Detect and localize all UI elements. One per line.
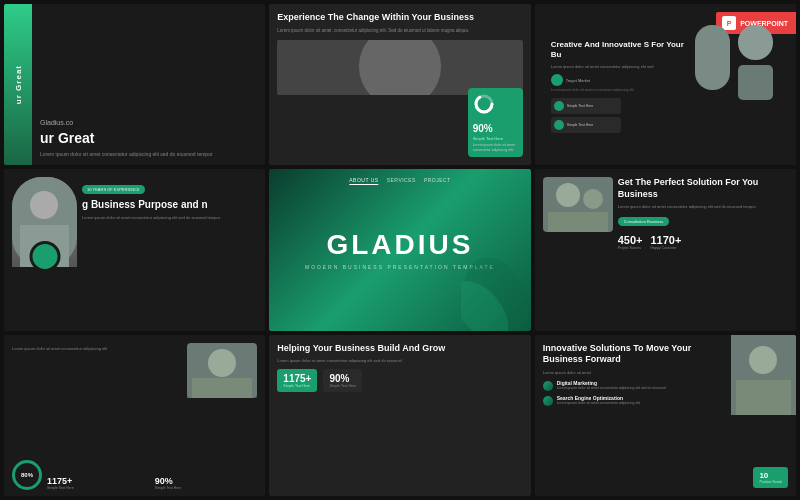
slide-8-title: Helping Your Business Build And Grow (277, 343, 522, 355)
badge-lbl: Product Social (759, 480, 782, 484)
svg-point-16 (583, 189, 603, 209)
seo-icon (543, 396, 553, 406)
stat-mini-2: 90% Simple Text Here (155, 476, 258, 490)
stat1-text: Simple Text Here (567, 104, 594, 108)
consultation-button[interactable]: Consultation Business (618, 217, 670, 226)
side-accent-bar: ur Great (4, 4, 32, 165)
stat-customers: 1170+ Happy Customer (650, 234, 681, 250)
svg-rect-20 (192, 378, 252, 398)
slide-1-desc: Lorem ipsum dolor sit amet consectetur a… (40, 151, 259, 158)
slide-9-item-1: Digital Marketing Lorem ipsum dolor sit … (543, 380, 693, 391)
svg-point-22 (749, 346, 777, 374)
slide-8-stats: 1175+ Simple Text Here 90% Simple Text H… (277, 369, 522, 392)
stat-projects: 450+ Project Succes (618, 234, 643, 250)
slide-9[interactable]: Innovative Solutions To Move Your Busine… (535, 335, 796, 496)
stat1-icon (554, 101, 564, 111)
stat-box-1: 1175+ Simple Text Here (277, 369, 317, 392)
slide-3-desc: Lorem ipsum dolor sit amet consectetur a… (551, 64, 685, 70)
slide-7[interactable]: Lorem ipsum dolor sit amet consectetur a… (4, 335, 265, 496)
slide-2[interactable]: Experience The Change Within Your Busine… (269, 4, 530, 165)
slide-4-photo (12, 177, 77, 267)
stat-mini-2-num: 90% (155, 476, 258, 486)
slide-2-image (277, 40, 522, 95)
stat-projects-lbl: Project Succes (618, 246, 643, 250)
target-label: Target Market (566, 78, 590, 83)
stat-mini-1-lbl: Simple Text Here (47, 486, 150, 490)
slide-3[interactable]: P POWERPOINT Creative And Innovative S F… (535, 4, 796, 165)
donut-chart (473, 93, 495, 115)
stat2-icon (554, 120, 564, 130)
svg-rect-17 (548, 212, 608, 232)
slide-4[interactable]: 10 YEARS OF EXPERIENCE g Business Purpos… (4, 169, 265, 330)
slide-8-desc: Lorem ipsum dolor sit amet consectetur a… (277, 358, 522, 364)
digital-marketing-desc: Lorem ipsum dolor sit amet consectetur a… (557, 386, 666, 391)
stat-mini-1: 1175+ Simple Text Here (47, 476, 150, 490)
stat-box-2: 90% Simple Text Here (323, 369, 362, 392)
stat-box-2-num: 90% (329, 373, 356, 384)
circle-stat: 80% (12, 460, 42, 490)
gladius-title: GLADIUS (326, 229, 473, 261)
slide-4-title: g Business Purpose and n (82, 198, 257, 211)
slide-9-desc: Lorem ipsum dolor sit amet (543, 370, 693, 376)
slide-9-title: Innovative Solutions To Move Your Busine… (543, 343, 693, 366)
slide-6-stats: 450+ Project Succes 1170+ Happy Customer (618, 234, 788, 250)
leaf-decoration (461, 241, 531, 331)
svg-rect-11 (20, 225, 69, 267)
slide-5-gladius[interactable]: ABOUT US SERVICES PROJECT GLADIUS MODERN… (269, 169, 530, 330)
slide-7-stats: 80% 1175+ Simple Text Here 90% Simple Te… (12, 460, 257, 490)
slide-5-nav: ABOUT US SERVICES PROJECT (349, 177, 451, 185)
slide-6[interactable]: Get The Perfect Solution For You Busines… (535, 169, 796, 330)
slide-9-badge: 10 Product Social (753, 467, 788, 488)
slides-grid: ur Great Gladius.co ur Great Lorem ipsum… (0, 0, 800, 500)
stat-customers-num: 1170+ (650, 234, 681, 246)
digital-marketing-content: Digital Marketing Lorem ipsum dolor sit … (557, 380, 666, 391)
nav-services[interactable]: SERVICES (387, 177, 416, 185)
slide-1-logo: Gladius.co (40, 119, 259, 126)
slide-1[interactable]: ur Great Gladius.co ur Great Lorem ipsum… (4, 4, 265, 165)
slide-4-tag: 10 YEARS OF EXPERIENCE (82, 185, 145, 194)
slide-7-photo (187, 343, 257, 398)
stat-customers-lbl: Happy Customer (650, 246, 681, 250)
slide-3-photos (690, 20, 780, 140)
svg-point-15 (556, 183, 580, 207)
slide-6-desc: Lorem ipsum dolor sit amet consectetur a… (618, 204, 788, 210)
target-icon (551, 74, 563, 86)
slide-3-title: Creative And Innovative S For Your Bu (551, 40, 685, 61)
svg-rect-8 (738, 65, 773, 100)
digital-marketing-icon (543, 381, 553, 391)
stat-mini-1-num: 1175+ (47, 476, 150, 486)
slide-3-stat-text: Lorem ipsum dolor sit amet consectetur a… (551, 88, 685, 93)
stat2-text: Simple Text Here (567, 123, 594, 127)
badge-num: 10 (759, 471, 782, 480)
slide-2-card: 90% Simple Text Here Lorem ipsum dolor s… (468, 88, 523, 157)
svg-rect-6 (695, 25, 730, 90)
slide-9-photo (731, 335, 796, 415)
seo-content: Search Engine Optimization Lorem ipsum d… (557, 395, 640, 406)
slide-3-stat1: Simple Text Here (551, 98, 621, 114)
stat-box-2-lbl: Simple Text Here (329, 384, 356, 388)
svg-rect-7 (738, 25, 773, 60)
slide-6-title: Get The Perfect Solution For You Busines… (618, 177, 788, 200)
slide-6-photo (543, 177, 613, 232)
stat-mini-2-lbl: Simple Text Here (155, 486, 258, 490)
nav-about[interactable]: ABOUT US (349, 177, 378, 185)
svg-rect-0 (277, 40, 522, 95)
stat-box-1-lbl: Simple Text Here (283, 384, 311, 388)
svg-point-10 (30, 191, 58, 219)
svg-rect-2 (410, 50, 492, 86)
slide-8[interactable]: Helping Your Business Build And Grow Lor… (269, 335, 530, 496)
slide-1-main-text: ur Great (40, 130, 259, 147)
slide-2-title: Experience The Change Within Your Busine… (277, 12, 522, 24)
slide-2-body: Lorem ipsum dolor sit amet, consectetur … (277, 28, 522, 34)
slide-1-side-text: ur Great (14, 65, 23, 104)
svg-point-3 (344, 50, 364, 70)
stat-box-1-num: 1175+ (283, 373, 311, 384)
svg-point-19 (208, 349, 236, 377)
slide-4-desc: Lorem ipsum dolor sit amet consectetur a… (82, 215, 257, 221)
svg-rect-1 (308, 44, 400, 90)
nav-project[interactable]: PROJECT (424, 177, 451, 185)
svg-rect-23 (736, 380, 791, 415)
card-desc: Lorem ipsum dolor sit amet consectetur a… (473, 143, 518, 152)
slide-9-item-2: Search Engine Optimization Lorem ipsum d… (543, 395, 693, 406)
slide-3-stat2: Simple Text Here (551, 117, 621, 133)
